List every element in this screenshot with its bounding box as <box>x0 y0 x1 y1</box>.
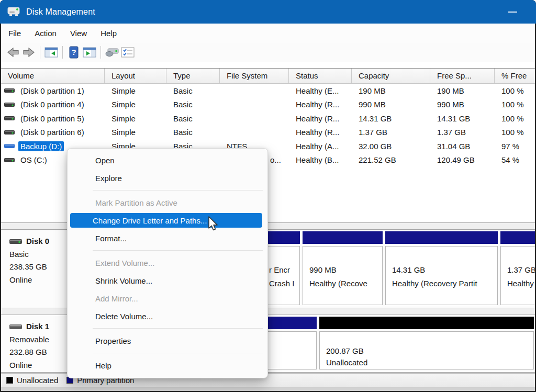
disk-drive-icon <box>6 5 21 19</box>
menu-bar: File Action View Help <box>1 24 535 43</box>
volume-disk-icon <box>4 129 15 136</box>
cell-layout: Simple <box>105 114 166 123</box>
column-header-file-system[interactable]: File System <box>220 69 289 83</box>
menu-item-help[interactable]: Help <box>70 356 265 374</box>
cell-layout: Simple <box>105 128 166 137</box>
cell-percent-free: 100 % <box>495 86 535 95</box>
forward-arrow-icon <box>23 47 35 58</box>
disk-name: Disk 0 <box>26 235 49 248</box>
cell-status: Healthy (A... <box>289 142 352 151</box>
refresh-disks-button[interactable] <box>104 45 120 60</box>
cell-capacity: 190 MB <box>352 86 430 95</box>
cell-layout: Simple <box>105 100 166 109</box>
menu-item-properties[interactable]: Properties <box>70 332 265 350</box>
volume-name: OS (C:) <box>18 155 49 165</box>
menu-view[interactable]: View <box>63 24 94 43</box>
cell-status: Healthy (R... <box>289 114 352 123</box>
window-title: Disk Management <box>26 7 95 17</box>
svg-text:?: ? <box>71 48 76 57</box>
menu-item-format[interactable]: Format... <box>70 229 265 247</box>
volume-name: (Disk 0 partition 1) <box>18 86 86 96</box>
volume-disk-icon <box>4 115 15 121</box>
menu-item-change-drive-letter[interactable]: Change Drive Letter and Paths... <box>70 213 262 228</box>
volume-name: (Disk 0 partition 6) <box>18 127 86 137</box>
column-header-percent-free[interactable]: % Free <box>495 69 535 83</box>
cell-percent-free: 97 % <box>495 142 535 151</box>
primary-partition-stripe <box>303 231 383 244</box>
table-row[interactable]: (Disk 0 partition 5) Simple Basic Health… <box>1 111 535 126</box>
partition-status: Healthy ( <box>501 277 535 290</box>
disk-name: Disk 1 <box>26 320 49 333</box>
back-arrow-icon <box>7 47 19 58</box>
volume-disk-icon <box>4 157 15 163</box>
disk-0-info[interactable]: Disk 0 Basic 238.35 GB Online <box>1 230 69 308</box>
volume-disk-icon <box>4 102 15 108</box>
partition-990mb[interactable]: 990 MB Healthy (Recove <box>303 231 383 305</box>
column-header-free-space[interactable]: Free Sp... <box>430 69 495 83</box>
window-bottom-edge <box>1 387 535 391</box>
menu-file[interactable]: File <box>2 24 28 43</box>
disk-state: Online <box>9 274 68 287</box>
partition-unallocated[interactable]: 200.87 GB Unallocated <box>319 317 534 369</box>
console-tree-icon <box>44 47 58 58</box>
cell-status: Healthy (E... <box>289 86 352 95</box>
partition-size: 14.31 GB <box>386 263 497 277</box>
table-row[interactable]: (Disk 0 partition 4) Simple Basic Health… <box>1 98 535 112</box>
menu-action[interactable]: Action <box>28 24 63 43</box>
forward-button[interactable] <box>21 45 37 60</box>
volume-name: (Disk 0 partition 4) <box>18 99 86 109</box>
partition-size: 990 MB <box>303 263 382 277</box>
refresh-disks-icon <box>105 47 119 58</box>
disk-size: 238.35 GB <box>9 261 68 274</box>
cell-type: Basic <box>166 100 220 109</box>
volume-disk-icon-selected <box>4 143 15 149</box>
menu-item-delete-volume[interactable]: Delete Volume... <box>70 307 265 325</box>
unallocated-stripe <box>319 317 534 329</box>
minimize-button[interactable] <box>500 0 524 24</box>
table-row[interactable]: (Disk 0 partition 1) Simple Basic Health… <box>1 84 535 98</box>
menu-item-explore[interactable]: Explore <box>70 169 265 187</box>
properties-list-button[interactable] <box>120 45 136 60</box>
disk-kind: Removable <box>9 333 68 346</box>
partition-status: Healthy (Recove <box>303 277 382 290</box>
console-tree-button[interactable] <box>43 45 59 60</box>
cell-percent-free: 100 % <box>495 128 535 137</box>
cell-percent-free: 100 % <box>495 100 535 109</box>
disk-management-window: Disk Management File Action View Help <box>0 0 536 392</box>
cell-percent-free: 54 % <box>495 155 535 164</box>
menu-help[interactable]: Help <box>94 24 124 43</box>
column-header-volume[interactable]: Volume <box>1 69 105 83</box>
cell-free-space: 120.49 GB <box>430 155 495 164</box>
help-book-icon: ? <box>69 46 79 59</box>
table-row[interactable]: (Disk 0 partition 6) Simple Basic Health… <box>1 126 535 140</box>
cell-status: Healthy (B... <box>289 155 352 164</box>
partition-1gb[interactable]: 1.37 GB Healthy ( <box>500 231 535 305</box>
column-header-capacity[interactable]: Capacity <box>352 69 430 83</box>
cell-layout: Simple <box>105 86 166 95</box>
cell-free-space: 31.04 GB <box>430 142 495 151</box>
column-header-type[interactable]: Type <box>166 69 220 83</box>
help-button[interactable]: ? <box>66 45 82 60</box>
toolbar-separator <box>40 46 40 59</box>
disk-1-info[interactable]: Disk 1 Removable 232.88 GB Online <box>1 315 69 372</box>
back-button[interactable] <box>5 45 21 60</box>
cell-capacity: 32.00 GB <box>352 142 430 151</box>
partition-14gb[interactable]: 14.31 GB Healthy (Recovery Partit <box>385 231 498 305</box>
column-header-status[interactable]: Status <box>289 69 352 83</box>
column-header-layout[interactable]: Layout <box>105 69 166 83</box>
cell-free-space: 14.31 GB <box>430 114 495 123</box>
menu-item-shrink-volume[interactable]: Shrink Volume... <box>70 272 265 289</box>
menu-item-add-mirror: Add Mirror... <box>70 289 265 307</box>
volume-name: (Disk 0 partition 5) <box>18 114 86 124</box>
cell-type: Basic <box>166 128 220 137</box>
volume-disk-icon <box>4 87 15 94</box>
disk-kind: Basic <box>9 248 68 261</box>
menu-item-open[interactable]: Open <box>70 151 265 169</box>
cell-capacity: 990 MB <box>352 100 430 109</box>
partition-size: 1.37 GB <box>501 263 535 277</box>
menu-separator <box>68 187 267 194</box>
action-pane-button[interactable] <box>82 45 97 60</box>
cell-free-space: 990 MB <box>430 100 495 109</box>
cell-capacity: 221.52 GB <box>352 155 430 164</box>
cell-status: Healthy (R... <box>289 128 352 137</box>
